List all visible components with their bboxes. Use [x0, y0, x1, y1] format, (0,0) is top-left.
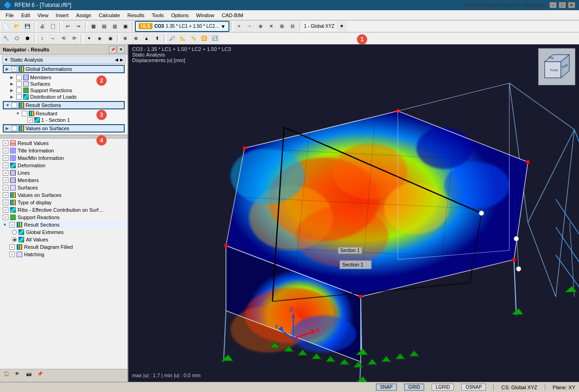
tb2-btn-4[interactable]: ↕: [37, 33, 47, 44]
tb-zoom-in[interactable]: +: [234, 21, 244, 32]
values-on-surfaces-item[interactable]: ▶ Values on Surfaces: [3, 124, 125, 133]
rv-checkbox[interactable]: [3, 140, 8, 146]
menu-results[interactable]: Results: [124, 12, 148, 19]
tb2-btn-13[interactable]: ▲: [141, 33, 152, 44]
nav-global-extremes[interactable]: Global Extremes: [1, 228, 127, 236]
mem-checkbox[interactable]: [3, 177, 8, 183]
menu-file[interactable]: File: [2, 12, 18, 19]
nav-result-values[interactable]: xxx Result Values: [1, 139, 127, 147]
nav-pin-btn2[interactable]: 📌: [37, 371, 46, 380]
mm-checkbox[interactable]: [3, 155, 8, 161]
nav-title-info[interactable]: i Title Information: [1, 147, 127, 154]
nav-deformation[interactable]: Deformation: [1, 162, 127, 169]
tb-btn-g[interactable]: ⊟: [287, 21, 298, 32]
ribs-checkbox[interactable]: [3, 207, 8, 213]
nav-lines[interactable]: Lines: [1, 169, 127, 177]
av-radio[interactable]: [12, 237, 17, 242]
tb2-btn-16[interactable]: 📐: [178, 33, 188, 44]
view-dropdown[interactable]: ▼: [337, 21, 347, 32]
tb2-btn-15[interactable]: 🔎: [167, 33, 177, 44]
tb-btn-a[interactable]: ▦: [88, 21, 98, 32]
tb2-btn-2[interactable]: ⬡: [12, 33, 22, 44]
ti-checkbox[interactable]: [3, 148, 8, 153]
tb-btn-c[interactable]: ▥: [109, 21, 120, 32]
open-button[interactable]: 📂: [12, 21, 22, 32]
nav-pin-button[interactable]: 📌: [109, 46, 116, 53]
surfaces-item[interactable]: ▶ Surfaces: [2, 81, 126, 87]
tb-zoom-out[interactable]: −: [245, 21, 255, 32]
tb2-btn-9[interactable]: ◈: [95, 33, 105, 44]
lines-checkbox[interactable]: [3, 170, 8, 176]
tb2-btn-3[interactable]: ⬢: [22, 33, 32, 44]
tb-btn-e[interactable]: ✕: [266, 21, 276, 32]
nav-type-display[interactable]: Type of display: [1, 199, 127, 206]
surf-checkbox[interactable]: [3, 185, 8, 190]
sr-checkbox[interactable]: [16, 88, 22, 93]
tb2-btn-6[interactable]: ⟲: [58, 33, 69, 44]
members-checkbox[interactable]: [16, 75, 22, 80]
sa-nav-left[interactable]: ◀: [115, 57, 118, 62]
sa-nav-right[interactable]: ▶: [120, 57, 123, 62]
rsb-checkbox[interactable]: [9, 222, 15, 228]
support-reactions-item[interactable]: ▶ Support Reactions: [2, 87, 126, 94]
redo-button[interactable]: ↪: [73, 21, 83, 32]
tb2-btn-18[interactable]: 🔀: [199, 33, 209, 44]
nav-hatching[interactable]: Hatching: [1, 251, 127, 258]
new-button[interactable]: 📄: [1, 21, 11, 32]
tb2-btn-8[interactable]: ✦: [84, 33, 94, 44]
menu-insert[interactable]: Insert: [52, 12, 72, 19]
srb-checkbox[interactable]: [3, 215, 8, 220]
nav-surfaces-bot[interactable]: Surfaces: [1, 184, 127, 191]
nav-all-values[interactable]: All Values: [1, 236, 127, 243]
section-1-item[interactable]: 1 - Section 1: [2, 117, 126, 123]
surfaces-checkbox[interactable]: [16, 81, 22, 87]
nav-vos-bot[interactable]: Values on Surfaces: [1, 191, 127, 199]
result-sections-item[interactable]: ▼ Result Sections: [3, 101, 125, 109]
osnap-button[interactable]: OSNAP: [461, 384, 486, 391]
section-1-checkbox[interactable]: [27, 117, 33, 123]
menu-calculate[interactable]: Calculate: [95, 12, 124, 19]
view-cube[interactable]: Front Top Side: [538, 48, 575, 85]
nav-close-button[interactable]: ✕: [117, 46, 125, 53]
static-analysis-header[interactable]: ▼ Static Analysis ◀ ▶: [2, 56, 126, 64]
nav-members-bot[interactable]: Members: [1, 177, 127, 184]
print-button[interactable]: 🖨: [37, 21, 47, 32]
menu-edit[interactable]: Edit: [18, 12, 34, 19]
menu-tools[interactable]: Tools: [148, 12, 167, 19]
nav-result-sections-bot[interactable]: ▼ Result Sections: [1, 221, 127, 228]
save-button[interactable]: 💾: [22, 21, 32, 32]
menu-assign[interactable]: Assign: [72, 12, 95, 19]
tb-btn-b[interactable]: ▤: [99, 21, 109, 32]
nav-cam-button[interactable]: 📷: [26, 371, 35, 380]
tod-checkbox[interactable]: [3, 200, 8, 205]
tb-btn-5[interactable]: 📋: [48, 21, 58, 32]
tb2-btn-11[interactable]: ⊕: [120, 33, 130, 44]
members-item[interactable]: ▶ Members: [2, 74, 126, 81]
menu-window[interactable]: Window: [192, 12, 218, 19]
resultant-checkbox[interactable]: [22, 111, 27, 116]
tb2-btn-5[interactable]: ↔: [48, 33, 58, 44]
nav-support-reactions-bot[interactable]: Support Reactions: [1, 214, 127, 221]
tb2-btn-17[interactable]: 📏: [188, 33, 198, 44]
global-deformations-item[interactable]: ▶ Global Deformations: [3, 65, 125, 73]
undo-button[interactable]: ↩: [63, 21, 73, 32]
menu-options[interactable]: Options: [167, 12, 192, 19]
close-button[interactable]: ✕: [568, 2, 575, 8]
lgrid-button[interactable]: LGRID: [432, 384, 454, 391]
rs-checkbox[interactable]: [12, 102, 17, 108]
vos2-checkbox[interactable]: [3, 192, 8, 198]
menu-cad-bim[interactable]: CAD-BIM: [218, 12, 247, 19]
tb-btn-f[interactable]: ⊞: [277, 21, 287, 32]
formula-dropdown[interactable]: ▼: [221, 24, 226, 29]
ge-radio[interactable]: [12, 230, 17, 234]
nav-maxmin-info[interactable]: i Max/Min Information: [1, 154, 127, 162]
nav-result-diagram-filled[interactable]: Result Diagram Filled: [1, 243, 127, 251]
vos-checkbox[interactable]: [12, 126, 17, 131]
dl-checkbox[interactable]: [16, 94, 22, 100]
menu-view[interactable]: View: [34, 12, 52, 19]
nav-eye-button[interactable]: 👁: [15, 371, 24, 380]
tb-zoom-fit[interactable]: ⊕: [255, 21, 266, 32]
minimize-button[interactable]: −: [549, 2, 557, 8]
tb2-btn-10[interactable]: ◉: [105, 33, 115, 44]
grid-button[interactable]: GRID: [404, 384, 424, 391]
